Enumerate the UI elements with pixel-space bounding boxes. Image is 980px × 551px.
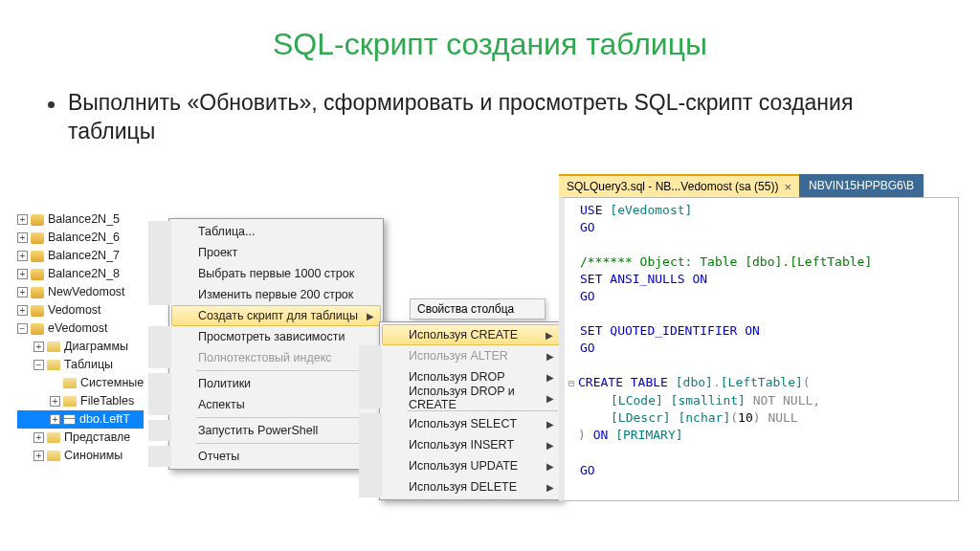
expand-icon[interactable]: +: [33, 432, 44, 443]
context-submenu[interactable]: Используя CREATE▶Используя ALTER▶Использ…: [379, 321, 563, 500]
db-icon: [31, 305, 44, 317]
folder-icon: [47, 451, 60, 461]
menu-item-label: Политики: [198, 377, 251, 390]
tree-item[interactable]: +Синонимы: [17, 447, 144, 465]
submenu-arrow-icon: ▶: [546, 372, 554, 383]
sql-editor: SQLQuery3.sql - NB...Vedomost (sa (55)) …: [559, 174, 959, 501]
tree-item-label: Диаграммы: [64, 338, 128, 356]
tree-item[interactable]: +FileTables: [17, 392, 144, 410]
tree-item-label: NewVedomost: [48, 283, 125, 301]
menu-item-label: Таблица...: [198, 225, 255, 238]
menu-item-label: Выбрать первые 1000 строк: [198, 267, 354, 280]
tree-item-label: Синонимы: [64, 447, 122, 465]
tree-item[interactable]: +dbo.LeftT: [17, 410, 144, 429]
tree-item[interactable]: +NewVedomost: [17, 283, 144, 301]
table-icon: [63, 414, 76, 425]
submenu-arrow-icon: ▶: [546, 482, 554, 493]
menu-item[interactable]: Используя DELETE▶: [359, 476, 560, 497]
expand-icon[interactable]: +: [17, 305, 28, 316]
tree-item-label: Balance2N_5: [48, 210, 120, 229]
object-explorer-tree[interactable]: +Balance2N_5+Balance2N_6+Balance2N_7+Bal…: [17, 210, 144, 465]
menu-item[interactable]: Используя DROP и CREATE▶: [359, 387, 560, 408]
expand-icon[interactable]: +: [17, 232, 28, 243]
context-menu[interactable]: Таблица...ПроектВыбрать первые 1000 стро…: [168, 218, 384, 470]
menu-item-label: Просмотреть зависимости: [198, 330, 345, 343]
expand-icon[interactable]: +: [50, 396, 60, 407]
tree-item-label: Vedomost: [48, 301, 101, 320]
tree-item[interactable]: +Vedomost: [17, 301, 144, 320]
tree-item[interactable]: +Balance2N_5: [17, 210, 144, 229]
menu-item[interactable]: Создать скрипт для таблицы▶: [171, 305, 381, 326]
folder-icon: [47, 342, 60, 352]
menu-item-label: Используя INSERT: [409, 438, 514, 452]
menu-item[interactable]: Просмотреть зависимости: [148, 326, 381, 347]
expand-icon[interactable]: +: [33, 342, 44, 352]
menu-item[interactable]: Изменить первые 200 строк: [148, 284, 381, 305]
submenu-arrow-icon: ▶: [546, 419, 554, 430]
tree-item-label: eVedomost: [48, 320, 108, 338]
tab-active-label: SQLQuery3.sql - NB...Vedomost (sa (55)): [567, 180, 778, 193]
fold-icon: [568, 428, 578, 445]
bullet-item: Выполнить «Обновить», сформировать и про…: [48, 89, 980, 146]
close-icon[interactable]: ×: [784, 180, 791, 194]
submenu-arrow-icon: ▶: [367, 311, 374, 321]
expand-icon[interactable]: −: [33, 360, 44, 370]
menu-item-label: Используя DROP: [409, 370, 505, 384]
menu-item-label: Проект: [198, 246, 237, 259]
menu-item[interactable]: Используя UPDATE▶: [359, 455, 560, 476]
expand-icon[interactable]: +: [17, 214, 28, 225]
menu-item-label: Используя SELECT: [409, 417, 517, 430]
menu-item[interactable]: Используя SELECT▶: [359, 413, 560, 434]
db-icon: [31, 287, 44, 298]
menu-item[interactable]: Отчеты▶: [148, 446, 381, 467]
menu-item: Используя ALTER▶: [359, 345, 560, 366]
menu-item-label: Используя CREATE: [409, 328, 518, 342]
menu-item-label: Используя ALTER: [409, 349, 508, 363]
tab-inactive[interactable]: NBVIN15HPPBG6\B: [799, 174, 924, 197]
menu-item[interactable]: Выбрать первые 1000 строк: [148, 263, 381, 284]
menu-item-label: Аспекты: [198, 398, 245, 411]
tree-item[interactable]: −Таблицы: [17, 356, 144, 374]
tree-item[interactable]: +Balance2N_6: [17, 229, 144, 247]
submenu-arrow-icon: ▶: [546, 351, 554, 362]
expand-icon[interactable]: +: [33, 451, 44, 461]
folder-icon: [47, 432, 60, 443]
submenu-arrow-icon: ▶: [546, 461, 554, 472]
tree-item[interactable]: +Представле: [17, 429, 144, 447]
expand-icon[interactable]: −: [17, 323, 28, 334]
db-icon: [31, 214, 44, 226]
menu-item[interactable]: Таблица...: [148, 221, 381, 242]
db-icon: [31, 269, 44, 280]
menu-item-label: Используя DELETE: [409, 480, 517, 494]
menu-item[interactable]: Используя CREATE▶: [382, 324, 560, 345]
expand-icon[interactable]: +: [17, 269, 28, 279]
menu-item[interactable]: Запустить PowerShell: [148, 420, 381, 441]
tree-item[interactable]: +Balance2N_7: [17, 247, 144, 265]
fold-icon[interactable]: ⊟: [568, 375, 578, 392]
tree-item-label: Представле: [64, 429, 130, 447]
folder-icon: [47, 360, 60, 370]
expand-icon[interactable]: +: [50, 414, 60, 425]
menu-item[interactable]: Политики▶: [148, 373, 381, 394]
code-area[interactable]: USE [eVedomost] GO /****** Object: Table…: [559, 197, 959, 501]
expand-icon[interactable]: +: [17, 251, 28, 261]
bullet-dot-icon: [48, 101, 55, 108]
tree-item[interactable]: Системные: [17, 374, 144, 392]
tree-item-label: Системные: [80, 374, 144, 392]
db-icon: [31, 323, 44, 335]
bullet-text: Выполнить «Обновить», сформировать и про…: [68, 89, 872, 146]
menu-item[interactable]: Используя INSERT▶: [359, 434, 560, 455]
menu-item[interactable]: Аспекты: [148, 394, 381, 415]
tab-active[interactable]: SQLQuery3.sql - NB...Vedomost (sa (55)) …: [559, 174, 799, 197]
tree-item[interactable]: +Диаграммы: [17, 338, 144, 356]
slide-title: SQL-скрипт создания таблицы: [0, 27, 980, 62]
tree-item[interactable]: +Balance2N_8: [17, 265, 144, 283]
menu-separator: [196, 443, 379, 444]
tree-item[interactable]: −eVedomost: [17, 320, 144, 338]
menu-item[interactable]: Проект: [148, 242, 381, 263]
menu-item-label: Запустить PowerShell: [198, 424, 318, 437]
menu-item-label: Используя DROP и CREATE: [409, 385, 543, 411]
tree-item-label: Balance2N_6: [48, 229, 120, 247]
menu-separator: [196, 370, 379, 371]
expand-icon[interactable]: +: [17, 287, 28, 298]
